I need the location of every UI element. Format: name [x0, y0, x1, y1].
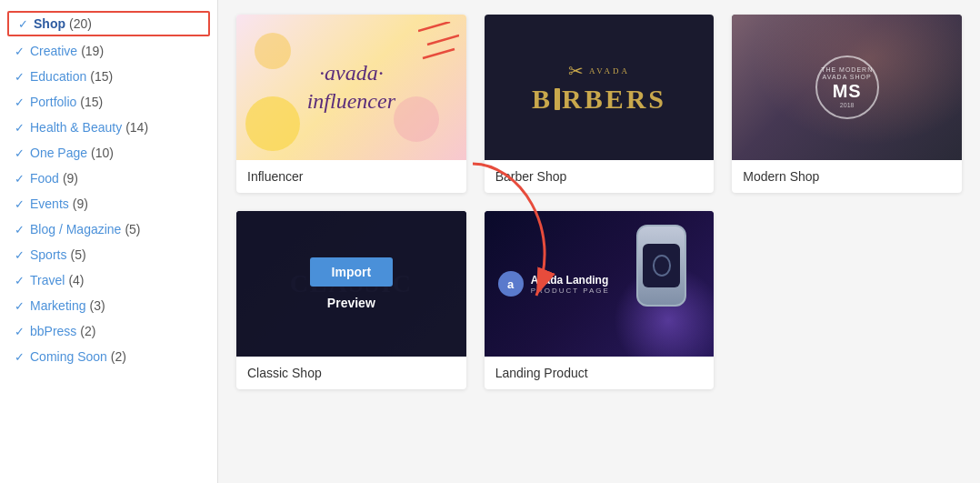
check-icon: ✓	[15, 70, 25, 84]
sidebar-item-label: Marketing	[30, 298, 85, 313]
sidebar-item-label: Travel	[30, 273, 65, 287]
avada-text: Avada Landing PRODUCT PAGE	[531, 274, 610, 295]
card-landing-product[interactable]: a Avada Landing PRODUCT PAGE Landing Pro…	[485, 211, 715, 389]
sidebar-item-label: Sports	[30, 247, 66, 262]
sidebar-item-marketing[interactable]: ✓ Marketing (3)	[0, 293, 217, 318]
sidebar-item-count: (19)	[81, 44, 104, 58]
sidebar-item-count: (5)	[125, 222, 140, 236]
card-title-modern-shop: Modern Shop	[732, 160, 962, 193]
card-modern-shop[interactable]: THE MODERN AVADA SHOP MS 2018 Modern Sho…	[732, 15, 962, 193]
sidebar-item-label: Creative	[30, 44, 77, 58]
sidebar-item-creative[interactable]: ✓ Creative (19)	[0, 38, 217, 64]
sidebar-item-shop[interactable]: ✓ Shop (20)	[7, 11, 210, 36]
sidebar-item-food[interactable]: ✓ Food (9)	[0, 166, 217, 191]
check-icon: ✓	[15, 248, 25, 262]
card-thumbnail-influencer: ·avada·influencer	[236, 15, 466, 160]
modern-badge-container: THE MODERN AVADA SHOP MS 2018	[732, 15, 962, 160]
sidebar-item-count: (15)	[80, 95, 103, 109]
card-title-classic-shop: Classic Shop	[236, 357, 466, 389]
sidebar-item-count: (9)	[73, 196, 88, 211]
card-thumbnail-classic: CLASSIC Import Preview	[236, 211, 466, 357]
sidebar-item-count: (3)	[89, 298, 105, 313]
check-icon: ✓	[15, 325, 25, 338]
card-classic-shop[interactable]: CLASSIC Import Preview Classic Shop	[236, 211, 466, 389]
check-icon: ✓	[15, 146, 25, 160]
modern-badge: THE MODERN AVADA SHOP MS 2018	[815, 55, 879, 119]
check-icon: ✓	[15, 350, 25, 364]
barber-name-text2: RBERS	[562, 84, 666, 115]
sidebar-item-health-beauty[interactable]: ✓ Health & Beauty (14)	[0, 115, 217, 140]
sidebar-item-label: Health & Beauty	[30, 120, 122, 135]
card-thumbnail-barber: ✂ AVADA B RBERS	[485, 15, 715, 160]
preview-button[interactable]: Preview	[327, 296, 375, 310]
modern-badge-year: 2018	[840, 102, 855, 108]
sidebar-item-coming-soon[interactable]: ✓ Coming Soon (2)	[0, 344, 217, 369]
sidebar-item-count: (15)	[90, 69, 113, 84]
check-icon: ✓	[15, 172, 25, 186]
card-title-influencer: Influencer	[236, 160, 466, 193]
modern-badge-initials: MS	[833, 81, 862, 102]
avada-icon: a	[498, 271, 524, 297]
card-influencer[interactable]: ·avada·influencer Influencer	[236, 15, 466, 193]
sidebar-item-count: (5)	[70, 247, 85, 262]
sidebar-item-sports[interactable]: ✓ Sports (5)	[0, 242, 217, 267]
sidebar-item-count: (4)	[68, 273, 84, 287]
check-icon: ✓	[15, 197, 25, 211]
sidebar-item-count: (14)	[125, 120, 148, 135]
sidebar-item-one-page[interactable]: ✓ One Page (10)	[0, 140, 217, 166]
card-title-landing-product: Landing Product	[485, 357, 715, 389]
check-icon: ✓	[15, 121, 25, 135]
sidebar: ✓ Shop (20) ✓ Creative (19) ✓ Education …	[0, 0, 218, 483]
sidebar-item-label: Blog / Magazine	[30, 222, 121, 236]
sidebar-item-label: Education	[30, 69, 86, 84]
influencer-brand-text: ·avada·influencer	[307, 59, 395, 116]
card-title-barber-shop: Barber Shop	[485, 160, 715, 193]
check-icon: ✓	[15, 223, 25, 236]
cards-grid: ·avada·influencer Influencer ✂ AVADA B R…	[236, 15, 962, 389]
check-icon: ✓	[15, 299, 25, 313]
check-icon: ✓	[15, 274, 25, 287]
sidebar-item-label: Food	[30, 171, 59, 186]
sidebar-item-count: (10)	[91, 146, 114, 160]
card-thumbnail-modern: THE MODERN AVADA SHOP MS 2018	[732, 15, 962, 160]
barber-brand-text: AVADA	[589, 66, 630, 75]
sidebar-item-label: Events	[30, 196, 69, 211]
classic-hover-overlay: Import Preview	[236, 211, 466, 357]
svg-line-3	[423, 49, 455, 58]
sidebar-item-blog-magazine[interactable]: ✓ Blog / Magazine (5)	[0, 216, 217, 242]
sidebar-item-count: (2)	[111, 349, 126, 364]
sidebar-item-count: (2)	[80, 324, 95, 338]
sidebar-item-count: (20)	[69, 16, 92, 31]
svg-line-2	[427, 35, 459, 45]
sidebar-item-label: Shop	[34, 16, 65, 31]
card-barber-shop[interactable]: ✂ AVADA B RBERS Barber Shop	[485, 15, 715, 193]
modern-badge-top: THE MODERN AVADA SHOP	[817, 66, 877, 82]
sidebar-item-label: bbPress	[30, 324, 76, 338]
sidebar-item-travel[interactable]: ✓ Travel (4)	[0, 267, 217, 293]
sidebar-item-label: Coming Soon	[30, 349, 107, 364]
check-icon: ✓	[15, 45, 25, 58]
barber-name-text: B	[532, 84, 553, 115]
svg-line-1	[418, 22, 450, 31]
main-content: ·avada·influencer Influencer ✂ AVADA B R…	[218, 0, 980, 483]
sidebar-item-label: One Page	[30, 146, 87, 160]
sidebar-item-events[interactable]: ✓ Events (9)	[0, 191, 217, 216]
sidebar-item-count: (9)	[63, 171, 78, 186]
sidebar-item-education[interactable]: ✓ Education (15)	[0, 64, 217, 89]
sidebar-item-portfolio[interactable]: ✓ Portfolio (15)	[0, 89, 217, 115]
sidebar-item-label: Portfolio	[30, 95, 76, 109]
check-icon: ✓	[18, 17, 28, 31]
sidebar-item-bbpress[interactable]: ✓ bbPress (2)	[0, 318, 217, 344]
card-thumbnail-landing: a Avada Landing PRODUCT PAGE	[485, 211, 715, 357]
check-icon: ✓	[15, 96, 25, 109]
import-button[interactable]: Import	[310, 257, 394, 287]
